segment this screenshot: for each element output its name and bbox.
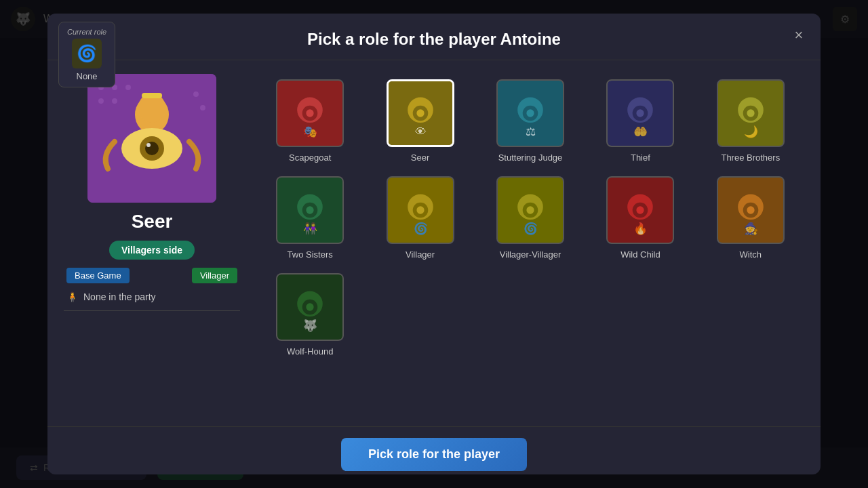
modal-overlay: Current role 🌀 None × Pick a role for th… xyxy=(0,0,868,488)
svg-point-43 xyxy=(307,206,314,214)
role-card-name: Villager xyxy=(406,249,435,260)
close-button[interactable]: × xyxy=(788,24,810,46)
svg-point-4 xyxy=(98,98,104,104)
role-image-villager-villager: 🌀 xyxy=(496,176,564,244)
game-tag: Base Game xyxy=(66,268,130,283)
modal-footer: Pick role for the player xyxy=(47,426,821,474)
svg-point-48 xyxy=(416,206,424,214)
roles-grid: 🎭 Scapegoat 👁 Seer xyxy=(256,74,804,362)
pick-role-button[interactable]: Pick role for the player xyxy=(341,438,527,471)
svg-text:⚖: ⚖ xyxy=(525,125,535,138)
role-card[interactable]: 👁 Seer xyxy=(369,77,471,165)
role-card[interactable]: ⚖ Stuttering Judge xyxy=(479,77,581,165)
svg-point-58 xyxy=(637,206,644,214)
party-info-text: None in the party xyxy=(83,291,156,302)
type-tag: Villager xyxy=(192,268,237,283)
role-card-name: Seer xyxy=(411,152,429,163)
modal-title: Pick a role for the player Antoine xyxy=(88,30,780,49)
role-card-name: Scapegoat xyxy=(289,152,331,163)
role-card[interactable]: 👭 Two Sisters xyxy=(259,174,361,262)
current-role-icon: 🌀 xyxy=(72,39,102,68)
role-image-stuttering-judge: ⚖ xyxy=(496,79,564,147)
svg-text:🌀: 🌀 xyxy=(523,222,538,236)
svg-point-63 xyxy=(747,206,754,214)
svg-point-33 xyxy=(637,109,644,117)
svg-text:🌙: 🌙 xyxy=(743,125,758,139)
role-image-scapegoat: 🎭 xyxy=(276,79,344,147)
party-info: 🧍 None in the party xyxy=(64,291,240,302)
role-card[interactable]: 🐺 Wolf-Hound xyxy=(259,270,361,359)
party-icon: 🧍 xyxy=(66,291,78,302)
role-image-wolf-hound: 🐺 xyxy=(276,273,344,341)
role-card[interactable]: 🌀 Villager-Villager xyxy=(479,174,581,262)
role-picker-modal: Current role 🌀 None × Pick a role for th… xyxy=(47,14,821,474)
close-icon: × xyxy=(795,26,804,44)
role-card[interactable]: 🤲 Thief xyxy=(589,77,691,165)
svg-point-7 xyxy=(200,105,205,110)
role-card-name: Wolf-Hound xyxy=(287,346,333,357)
svg-text:🐺: 🐺 xyxy=(303,319,318,333)
selected-role-name: Seer xyxy=(132,211,173,232)
svg-text:🔥: 🔥 xyxy=(633,222,648,236)
svg-point-12 xyxy=(146,143,151,147)
role-card[interactable]: 🔥 Wild Child xyxy=(589,174,691,262)
divider xyxy=(64,310,240,311)
role-image-seer: 👁 xyxy=(387,79,454,147)
selected-role-image xyxy=(87,74,216,203)
svg-text:👭: 👭 xyxy=(303,222,318,236)
role-image-two-sisters: 👭 xyxy=(276,176,344,244)
role-card[interactable]: 🧙 Witch xyxy=(700,174,802,262)
svg-text:🧙: 🧙 xyxy=(743,222,758,236)
role-image-three-brothers: 🌙 xyxy=(717,79,785,147)
role-image-villager: 🌀 xyxy=(387,176,454,244)
svg-text:👁: 👁 xyxy=(414,125,426,138)
role-card-name: Villager-Villager xyxy=(500,249,561,260)
roles-grid-panel[interactable]: 🎭 Scapegoat 👁 Seer xyxy=(256,74,804,413)
side-badge: Villagers side xyxy=(109,241,195,260)
svg-point-5 xyxy=(112,98,117,104)
svg-point-3 xyxy=(125,85,131,90)
svg-point-18 xyxy=(307,109,314,117)
current-role-badge: Current role 🌀 None xyxy=(58,22,115,87)
svg-text:🤲: 🤲 xyxy=(633,125,648,139)
modal-body: Seer Villagers side Base Game Villager 🧍… xyxy=(47,60,821,426)
seer-svg xyxy=(87,74,216,203)
current-role-name: None xyxy=(77,71,98,81)
role-card-name: Three Brothers xyxy=(721,152,780,163)
svg-text:🎭: 🎭 xyxy=(303,125,318,139)
svg-rect-14 xyxy=(142,93,162,98)
role-card-name: Thief xyxy=(631,152,650,163)
svg-point-38 xyxy=(747,109,754,117)
svg-text:🌀: 🌀 xyxy=(413,222,428,236)
current-role-label: Current role xyxy=(67,28,106,36)
svg-point-68 xyxy=(307,303,314,310)
svg-point-6 xyxy=(193,92,199,97)
svg-point-53 xyxy=(526,206,534,214)
svg-point-28 xyxy=(526,109,534,117)
role-card-name: Wild Child xyxy=(620,249,660,260)
svg-point-23 xyxy=(416,109,424,117)
role-card[interactable]: 🎭 Scapegoat xyxy=(259,77,361,165)
role-card-name: Two Sisters xyxy=(288,249,333,260)
role-card-name: Witch xyxy=(740,249,762,260)
left-panel: Seer Villagers side Base Game Villager 🧍… xyxy=(64,74,240,413)
tags-row: Base Game Villager xyxy=(64,268,240,283)
role-image-thief: 🤲 xyxy=(606,79,674,147)
role-card-name: Stuttering Judge xyxy=(498,152,563,163)
modal-header: Pick a role for the player Antoine xyxy=(47,14,821,60)
role-image-wild-child: 🔥 xyxy=(606,176,674,244)
role-image-witch: 🧙 xyxy=(717,176,785,244)
role-card[interactable]: 🌙 Three Brothers xyxy=(700,77,802,165)
role-card[interactable]: 🌀 Villager xyxy=(369,174,471,262)
